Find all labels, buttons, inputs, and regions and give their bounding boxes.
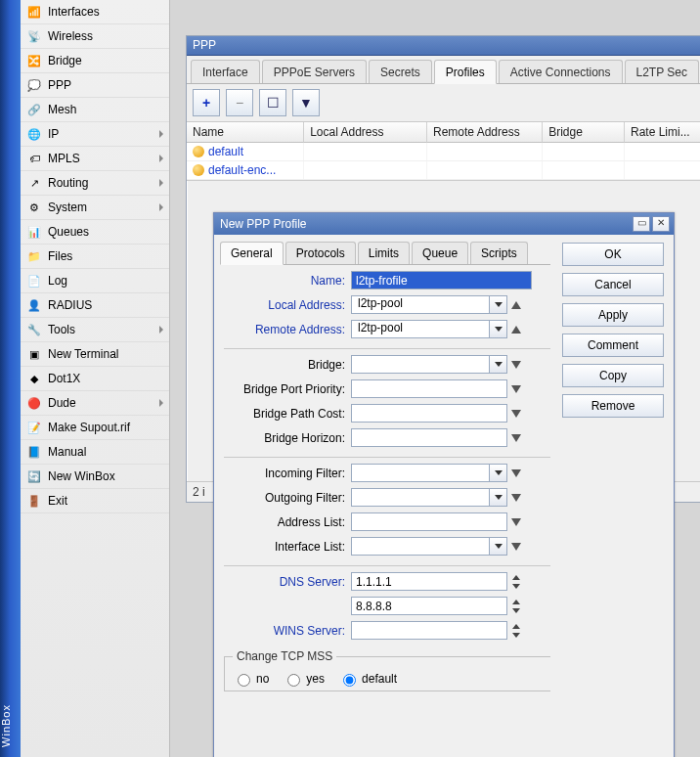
dns-server-2-field[interactable]: [351, 597, 507, 615]
col-rate[interactable]: Rate Limi...: [625, 122, 700, 143]
bridge-dropdown[interactable]: [489, 356, 506, 373]
remote-address-expand-icon[interactable]: [510, 320, 521, 338]
dns1-spinner[interactable]: [510, 573, 522, 591]
local-address-combo[interactable]: l2tp-pool: [351, 295, 507, 314]
nav-routing[interactable]: ↗Routing: [21, 171, 169, 196]
dns2-spinner[interactable]: [510, 598, 522, 615]
bridge-path-cost-field[interactable]: [351, 404, 507, 423]
add-button[interactable]: +: [193, 89, 220, 116]
incoming-filter-collapse-icon[interactable]: [510, 464, 521, 482]
outgoing-filter-dropdown[interactable]: [489, 489, 506, 506]
remote-address-combo[interactable]: l2tp-pool: [351, 320, 507, 338]
enable-button[interactable]: ☐: [259, 89, 286, 116]
nav-queues[interactable]: 📊Queues: [21, 220, 169, 245]
nav-interfaces[interactable]: 📶Interfaces: [21, 0, 169, 24]
nav-bridge[interactable]: 🔀Bridge: [21, 49, 169, 73]
bh-collapse-icon[interactable]: [510, 428, 521, 447]
bridge-port-priority-field[interactable]: [351, 379, 507, 398]
cancel-button[interactable]: Cancel: [562, 273, 664, 296]
nav-make-supout-rif[interactable]: 📝Make Supout.rif: [21, 416, 169, 440]
bpp-collapse-icon[interactable]: [510, 379, 521, 398]
nav-ppp[interactable]: 💭PPP: [21, 73, 169, 98]
address-list-field[interactable]: [351, 512, 507, 531]
nav-radius[interactable]: 👤RADIUS: [21, 293, 169, 318]
col-remote[interactable]: Remote Address: [427, 122, 543, 143]
table-row[interactable]: default: [187, 143, 700, 161]
nav-icon: 🏷: [26, 151, 42, 166]
nav-wireless[interactable]: 📡Wireless: [21, 24, 169, 49]
dialog-tab-queue[interactable]: Queue: [412, 242, 468, 264]
ok-button[interactable]: OK: [562, 243, 664, 266]
address-list-collapse-icon[interactable]: [510, 512, 521, 531]
remove-button[interactable]: −: [226, 89, 253, 116]
bridge-horizon-field[interactable]: [351, 428, 507, 447]
bridge-combo[interactable]: [351, 355, 507, 374]
table-row[interactable]: default-enc...: [187, 161, 700, 180]
nav-ip[interactable]: 🌐IP: [21, 122, 169, 147]
nav-manual[interactable]: 📘Manual: [21, 440, 169, 465]
ppp-tabs: InterfacePPPoE ServersSecretsProfilesAct…: [187, 56, 700, 84]
ppp-tab-pppoe-servers[interactable]: PPPoE Servers: [262, 60, 367, 83]
dialog-tab-protocols[interactable]: Protocols: [285, 242, 356, 264]
dialog-tab-limits[interactable]: Limits: [358, 242, 410, 264]
nav-label: Routing: [48, 176, 88, 190]
remove-button[interactable]: Remove: [562, 394, 664, 418]
nav-files[interactable]: 📁Files: [21, 245, 169, 269]
window-restore-button[interactable]: ▭: [633, 216, 650, 232]
local-address-expand-icon[interactable]: [510, 295, 521, 314]
outgoing-filter-combo[interactable]: [351, 488, 507, 507]
nav-new-winbox[interactable]: 🔄New WinBox: [21, 465, 169, 489]
ppp-tab-profiles[interactable]: Profiles: [434, 60, 497, 84]
ppp-tab-l2tp-sec[interactable]: L2TP Sec: [625, 60, 699, 83]
col-local[interactable]: Local Address: [304, 122, 427, 143]
dns-server-1-field[interactable]: [351, 572, 507, 591]
col-bridge[interactable]: Bridge: [543, 122, 625, 143]
mss-yes-option[interactable]: yes: [283, 671, 325, 687]
nav-new-terminal[interactable]: ▣New Terminal: [21, 342, 169, 367]
nav-exit[interactable]: 🚪Exit: [21, 489, 169, 513]
dialog-tab-scripts[interactable]: Scripts: [470, 242, 528, 264]
wins-spinner[interactable]: [510, 622, 522, 640]
local-address-dropdown[interactable]: [489, 296, 506, 313]
nav-icon: ⚙: [26, 200, 42, 215]
mss-default-option[interactable]: default: [338, 671, 397, 687]
comment-button[interactable]: Comment: [562, 334, 664, 357]
interface-list-collapse-icon[interactable]: [510, 537, 521, 556]
interface-list-combo[interactable]: [351, 537, 507, 556]
nav-dude[interactable]: 🔴Dude: [21, 391, 169, 416]
window-close-button[interactable]: ✕: [652, 216, 670, 232]
mss-default-radio[interactable]: [343, 674, 356, 687]
nav-label: Tools: [48, 323, 75, 336]
new-ppp-profile-dialog: New PPP Profile ▭ ✕ GeneralProtocolsLimi…: [213, 212, 675, 757]
mss-no-option[interactable]: no: [233, 671, 269, 687]
ppp-tab-secrets[interactable]: Secrets: [369, 60, 432, 83]
ppp-tab-interface[interactable]: Interface: [191, 60, 260, 83]
outgoing-filter-collapse-icon[interactable]: [510, 488, 521, 507]
nav-mpls[interactable]: 🏷MPLS: [21, 147, 169, 171]
submenu-arrow-icon: [159, 130, 163, 138]
col-name[interactable]: Name: [187, 122, 304, 143]
nav-system[interactable]: ⚙System: [21, 196, 169, 220]
copy-button[interactable]: Copy: [562, 364, 664, 387]
dialog-titlebar[interactable]: New PPP Profile ▭ ✕: [214, 213, 674, 235]
incoming-filter-combo[interactable]: [351, 464, 507, 482]
row-name[interactable]: default-enc...: [208, 163, 276, 177]
incoming-filter-dropdown[interactable]: [489, 465, 506, 481]
wins-server-field[interactable]: [351, 621, 507, 640]
nav-log[interactable]: 📄Log: [21, 269, 169, 293]
bridge-collapse-icon[interactable]: [510, 355, 521, 374]
name-field[interactable]: [351, 271, 532, 289]
filter-button[interactable]: ▼: [292, 89, 320, 116]
interface-list-dropdown[interactable]: [489, 538, 506, 555]
dialog-tab-general[interactable]: General: [220, 242, 284, 265]
bpc-collapse-icon[interactable]: [510, 404, 521, 423]
nav-mesh[interactable]: 🔗Mesh: [21, 98, 169, 122]
row-name[interactable]: default: [208, 145, 243, 158]
mss-yes-radio[interactable]: [287, 674, 300, 687]
nav-tools[interactable]: 🔧Tools: [21, 318, 169, 342]
apply-button[interactable]: Apply: [562, 303, 664, 327]
mss-no-radio[interactable]: [238, 674, 250, 687]
nav-dot1x[interactable]: ◆Dot1X: [21, 367, 169, 391]
remote-address-dropdown[interactable]: [489, 321, 506, 337]
ppp-tab-active-connections[interactable]: Active Connections: [499, 60, 623, 83]
